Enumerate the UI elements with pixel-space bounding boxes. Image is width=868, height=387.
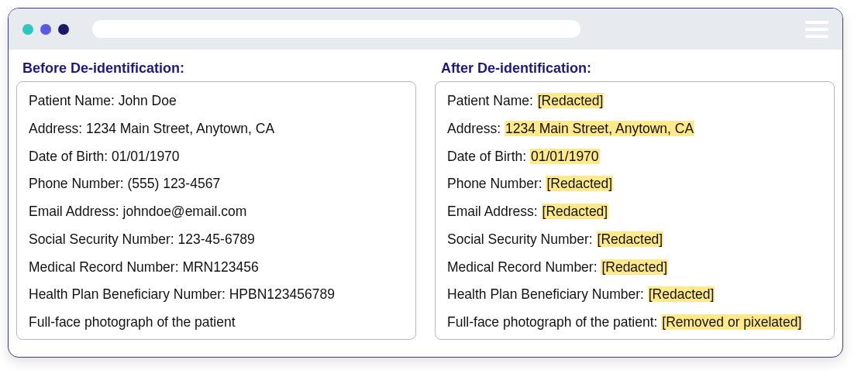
window-dot-maximize[interactable] — [58, 24, 69, 35]
redacted-value: [Redacted] — [537, 93, 604, 108]
after-row-address: Address: 1234 Main Street, Anytown, CA — [447, 118, 822, 139]
after-panel: After De-identification: Patient Name: [… — [435, 60, 835, 340]
window-dot-close[interactable] — [22, 24, 33, 35]
before-panel: Before De-identification: Patient Name: … — [16, 60, 416, 340]
after-row-photo: Full-face photograph of the patient: [Re… — [447, 312, 822, 332]
redacted-value: 1234 Main Street, Anytown, CA — [505, 121, 694, 136]
hamburger-menu-icon[interactable] — [805, 21, 828, 38]
before-row-patient-name: Patient Name: John Doe — [29, 91, 404, 111]
after-row-hpbn: Health Plan Beneficiary Number: [Redacte… — [447, 284, 822, 304]
redacted-value: [Redacted] — [546, 176, 613, 191]
before-row-mrn: Medical Record Number: MRN123456 — [29, 257, 404, 277]
before-row-email: Email Address: johndoe@email.com — [29, 201, 404, 221]
before-row-address: Address: 1234 Main Street, Anytown, CA — [29, 118, 404, 139]
before-row-dob: Date of Birth: 01/01/1970 — [29, 146, 404, 166]
titlebar — [9, 9, 842, 50]
redacted-value: [Redacted] — [648, 286, 715, 302]
redacted-value: [Redacted] — [601, 259, 668, 275]
url-bar[interactable] — [92, 20, 580, 38]
before-title: Before De-identification: — [22, 60, 416, 77]
after-row-mrn: Medical Record Number: [Redacted] — [447, 257, 822, 277]
after-row-patient-name: Patient Name: [Redacted] — [447, 91, 822, 111]
redacted-value: [Redacted] — [597, 231, 664, 247]
content-area: Before De-identification: Patient Name: … — [9, 50, 842, 348]
redacted-value: [Redacted] — [542, 204, 609, 219]
before-row-hpbn: Health Plan Beneficiary Number: HPBN1234… — [29, 284, 404, 304]
window-controls — [22, 24, 69, 35]
before-row-photo: Full-face photograph of the patient — [29, 312, 404, 332]
before-row-phone: Phone Number: (555) 123-4567 — [29, 173, 404, 194]
after-row-ssn: Social Security Number: [Redacted] — [447, 229, 822, 249]
window-dot-minimize[interactable] — [40, 24, 51, 35]
after-row-email: Email Address: [Redacted] — [447, 201, 822, 221]
redacted-value: [Removed or pixelated] — [661, 314, 802, 330]
after-row-phone: Phone Number: [Redacted] — [447, 173, 822, 194]
redacted-value: 01/01/1970 — [530, 149, 600, 164]
before-box: Patient Name: John Doe Address: 1234 Mai… — [16, 81, 416, 340]
after-title: After De-identification: — [441, 60, 835, 77]
after-row-dob: Date of Birth: 01/01/1970 — [447, 146, 822, 166]
after-box: Patient Name: [Redacted] Address: 1234 M… — [435, 81, 835, 340]
before-row-ssn: Social Security Number: 123-45-6789 — [29, 229, 404, 249]
browser-window: Before De-identification: Patient Name: … — [8, 8, 843, 358]
